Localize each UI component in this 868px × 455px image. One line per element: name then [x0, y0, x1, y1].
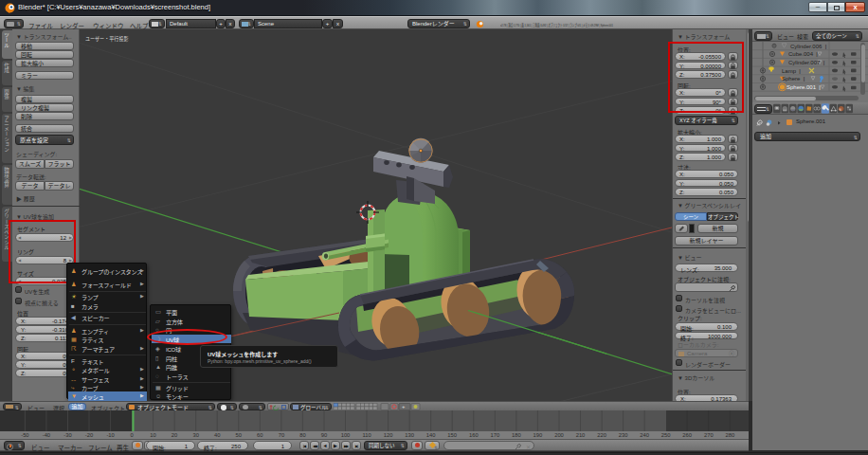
svg-text:80: 80 [299, 432, 305, 438]
svg-text:160: 160 [469, 432, 479, 438]
svg-text:20: 20 [172, 432, 177, 438]
svg-text:10: 10 [150, 432, 155, 438]
svg-text:230: 230 [619, 432, 628, 438]
svg-text:-20: -20 [85, 432, 93, 438]
svg-text:130: 130 [405, 432, 414, 438]
svg-text:180: 180 [512, 432, 521, 438]
svg-text:270: 270 [704, 432, 714, 438]
svg-text:140: 140 [426, 432, 436, 438]
svg-text:200: 200 [554, 432, 564, 438]
svg-text:90: 90 [321, 432, 327, 438]
svg-text:-40: -40 [43, 432, 50, 438]
svg-text:60: 60 [257, 432, 262, 438]
svg-text:280: 280 [725, 432, 734, 438]
svg-text:-10: -10 [106, 432, 114, 438]
svg-text:210: 210 [576, 432, 586, 438]
svg-text:-50: -50 [21, 432, 28, 438]
svg-text:240: 240 [640, 432, 649, 438]
svg-text:0: 0 [130, 432, 133, 438]
svg-text:-30: -30 [63, 432, 71, 438]
svg-text:+: + [402, 404, 406, 410]
svg-text:170: 170 [490, 432, 499, 438]
svg-text:110: 110 [362, 432, 371, 438]
svg-text:40: 40 [214, 432, 220, 438]
svg-text:190: 190 [533, 432, 543, 438]
svg-text:50: 50 [236, 432, 242, 438]
svg-text:150: 150 [447, 432, 457, 438]
svg-text:220: 220 [597, 432, 606, 438]
svg-text:70: 70 [279, 432, 284, 438]
svg-text:100: 100 [341, 432, 351, 438]
svg-text:120: 120 [384, 432, 393, 438]
svg-text:260: 260 [682, 432, 692, 438]
svg-text:30: 30 [192, 432, 198, 438]
svg-text:250: 250 [661, 432, 671, 438]
